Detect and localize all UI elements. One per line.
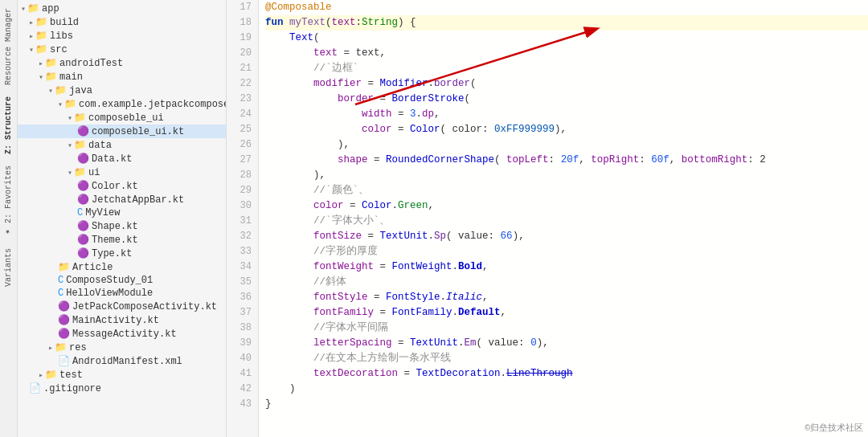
tree-item-color-kt[interactable]: 🟣 Color.kt: [18, 179, 226, 193]
tree-item-data-folder[interactable]: ▾ 📁 data: [18, 138, 226, 152]
tree-item-jetchatappbar-kt[interactable]: 🟣 JetchatAppBar.kt: [18, 193, 226, 206]
tree-label: MainActivity.kt: [72, 315, 159, 326]
code-line-40: //在文本上方绘制一条水平线: [265, 351, 868, 366]
tree-item-libs[interactable]: ▸ 📁 libs: [18, 29, 226, 43]
code-line-42: ): [265, 382, 868, 397]
xml-file-icon: 📄: [58, 355, 70, 367]
tree-item-gitignore[interactable]: 📄 .gitignore: [18, 382, 226, 395]
tree-item-composestudy[interactable]: C ComposeStudy_01: [18, 274, 226, 287]
code-line-20: text = text,: [265, 46, 868, 61]
folder-icon: 📁: [27, 2, 39, 14]
kt-class-icon: C: [77, 207, 83, 218]
resource-manager-tab[interactable]: Resource Manager: [2, 3, 14, 90]
tree-item-composeble-ui-kt[interactable]: 🟣 composeble_ui.kt: [18, 125, 226, 138]
chevron-icon: ▸: [29, 31, 34, 41]
keyword-fun: fun: [265, 17, 289, 28]
type-token: String: [362, 17, 398, 28]
tree-label: Shape.kt: [92, 221, 138, 232]
code-line-29: //`颜色`、: [265, 183, 868, 198]
tree-item-composeble-ui-folder[interactable]: ▾ 📁 composeble_ui: [18, 111, 226, 125]
code-line-43: }: [265, 397, 868, 412]
code-editor: 17 18 19 20 21 22 23 24 25 26 27 28 29 3…: [227, 0, 868, 437]
tree-item-main[interactable]: ▾ 📁 main: [18, 70, 226, 84]
tree-item-androidtest[interactable]: ▸ 📁 androidTest: [18, 56, 226, 70]
watermark: ©归垒技术社区: [805, 422, 863, 434]
tree-label: res: [69, 342, 87, 353]
kt-file-icon: 🟣: [77, 220, 89, 232]
tree-label: androidTest: [59, 58, 123, 69]
line-numbers: 17 18 19 20 21 22 23 24 25 26 27 28 29 3…: [227, 0, 259, 437]
tree-label: src: [50, 44, 68, 55]
code-line-30: color = Color.Green,: [265, 198, 868, 214]
code-line-32: fontSize = TextUnit.Sp( value: 66),: [265, 229, 868, 244]
tree-item-mainactivity[interactable]: 🟣 MainActivity.kt: [18, 313, 226, 327]
kt-file-icon: 🟣: [58, 314, 70, 326]
kt-file-icon: 🟣: [77, 247, 89, 259]
folder-icon: 📁: [58, 261, 70, 273]
tree-label: Type.kt: [92, 248, 132, 259]
code-line-36: fontStyle = FontStyle.Italic,: [265, 290, 868, 305]
tree-item-java[interactable]: ▾ 📁 java: [18, 84, 226, 97]
tree-item-helloviewmodule[interactable]: C HelloViewModule: [18, 287, 226, 300]
code-line-38: //字体水平间隔: [265, 321, 868, 336]
chevron-icon: ▾: [68, 168, 72, 178]
variants-tab[interactable]: Variants: [2, 243, 14, 292]
chevron-icon: ▸: [29, 18, 34, 27]
code-line-17: @Composable: [265, 0, 868, 15]
code-line-26: ),: [265, 137, 868, 153]
tree-item-theme-kt[interactable]: 🟣 Theme.kt: [18, 233, 226, 247]
chevron-icon: ▸: [48, 343, 53, 353]
favorites-tab[interactable]: ★ 2: Favorites: [2, 161, 14, 242]
kt-file-icon: 🟣: [77, 125, 89, 137]
code-line-33: //字形的厚度: [265, 244, 868, 259]
code-line-28: ),: [265, 168, 868, 183]
folder-icon: 📁: [45, 71, 57, 83]
function-name: myText: [289, 17, 326, 28]
code-line-23: border = BorderStroke(: [265, 92, 868, 107]
folder-icon: 📁: [55, 84, 67, 96]
tree-item-shape-kt[interactable]: 🟣 Shape.kt: [18, 219, 226, 233]
folder-icon: 📁: [74, 166, 86, 178]
tree-label: ui: [88, 167, 100, 178]
kt-file-icon: 🟣: [77, 234, 89, 246]
tree-item-build[interactable]: ▸ 📁 build: [18, 15, 226, 29]
chevron-icon: ▾: [29, 45, 34, 55]
tree-item-com-package[interactable]: ▾ 📁 com.example.jetpackcompose: [18, 97, 226, 111]
tree-label: AndroidManifest.xml: [72, 356, 182, 367]
tree-item-test[interactable]: ▸ 📁 test: [18, 368, 226, 382]
tree-item-androidmanifest[interactable]: 📄 AndroidManifest.xml: [18, 354, 226, 368]
structure-tab[interactable]: Z: Structure: [2, 92, 14, 159]
tree-item-app[interactable]: ▾ 📁 app: [18, 2, 226, 15]
tree-label: .gitignore: [43, 383, 101, 394]
code-line-27: shape = RoundedCornerShape( topLeft: 20f…: [265, 153, 868, 168]
tree-item-data-kt[interactable]: 🟣 Data.kt: [18, 152, 226, 165]
tree-label: app: [42, 3, 59, 14]
chevron-icon: ▾: [58, 100, 63, 109]
tree-item-ui-folder[interactable]: ▾ 📁 ui: [18, 165, 226, 179]
tree-item-res[interactable]: ▸ 📁 res: [18, 341, 226, 354]
tree-label: composeble_ui.kt: [92, 126, 184, 137]
tree-item-jetpackcomposeactivity[interactable]: 🟣 JetPackComposeActivity.kt: [18, 300, 226, 313]
tree-label: libs: [50, 31, 73, 42]
code-line-41: textDecoration = TextDecoration.LineThro…: [265, 366, 868, 382]
folder-icon: 📁: [74, 139, 86, 151]
kt-file-icon: 🟣: [77, 194, 89, 206]
kt-file-icon: 🟣: [77, 153, 89, 165]
tree-item-type-kt[interactable]: 🟣 Type.kt: [18, 247, 226, 260]
annotation-token: @Composable: [265, 2, 332, 13]
tree-item-article[interactable]: 📁 Article: [18, 260, 226, 274]
tree-item-src[interactable]: ▾ 📁 src: [18, 43, 226, 56]
tree-item-myview[interactable]: C MyView: [18, 206, 226, 219]
tree-label: JetchatAppBar.kt: [92, 194, 184, 206]
chevron-icon: ▾: [68, 113, 72, 123]
kt-class-icon: C: [58, 275, 63, 286]
tree-label: JetPackComposeActivity.kt: [72, 301, 217, 312]
code-line-25: color = Color( color: 0xFF999999),: [265, 122, 868, 137]
tree-label: Color.kt: [92, 181, 138, 192]
folder-icon: 📁: [35, 16, 47, 28]
tree-item-messageactivity[interactable]: 🟣 MessageActivity.kt: [18, 327, 226, 341]
code-line-35: //斜体: [265, 275, 868, 290]
file-tree-panel: ▾ 📁 app ▸ 📁 build ▸ 📁 libs ▾ 📁 src ▸ 📁 a…: [18, 0, 227, 437]
tree-label: Article: [72, 262, 113, 273]
chevron-icon: ▾: [21, 4, 26, 14]
